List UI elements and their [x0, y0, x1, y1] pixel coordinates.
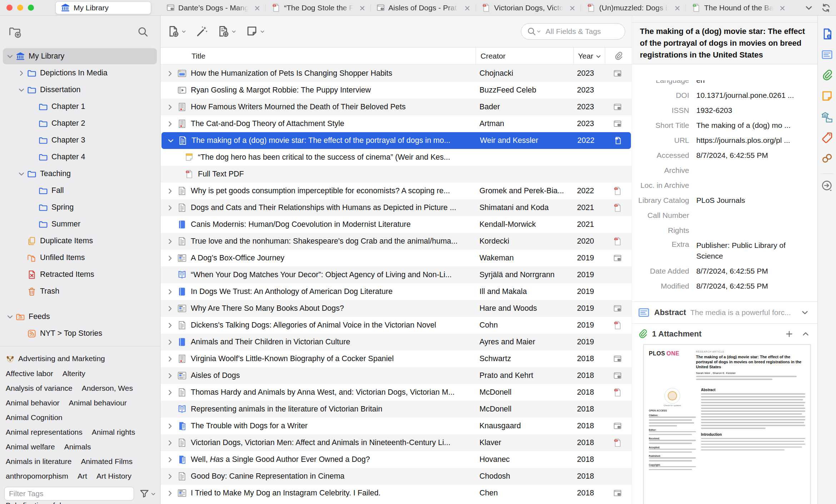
twisty-expand-icon[interactable] [166, 422, 174, 430]
sidebar-item-dissertation[interactable]: Dissertation [0, 81, 160, 98]
new-item-button[interactable] [167, 25, 186, 38]
close-tab-button[interactable] [358, 3, 367, 13]
twisty-expand-icon[interactable] [166, 338, 174, 346]
twisty-expand-icon[interactable] [166, 237, 174, 246]
field-value[interactable]: 8/7/2024, 6:42:55 PM [696, 151, 808, 160]
close-window-button[interactable] [6, 5, 13, 11]
tag[interactable]: Anderson, Wes [82, 384, 133, 393]
twisty-expand-icon[interactable] [166, 489, 174, 498]
table-row[interactable]: Animals and Their Children in Victorian … [161, 334, 632, 350]
twisty-expand-icon[interactable] [166, 371, 174, 380]
reader-tab[interactable]: “The Dog Stole the F [265, 0, 370, 15]
twisty-expand-icon[interactable] [17, 69, 26, 78]
sidebar-item-chapter-4[interactable]: Chapter 4 [0, 149, 160, 165]
twisty-expand-icon[interactable] [166, 455, 174, 464]
table-row[interactable]: True love and the nonhuman: Shakespeare'… [161, 233, 632, 250]
tag[interactable]: Animal behavior [6, 399, 60, 407]
table-row[interactable]: “When Your Dog Matches Your Decor”: Obje… [161, 266, 632, 283]
close-tab-button[interactable] [463, 3, 472, 13]
twisty-expand-icon[interactable] [166, 321, 174, 330]
table-row[interactable]: Good Boy: Canine Representation in Cinem… [161, 468, 632, 485]
field-value[interactable]: 8/7/2024, 6:42:55 PM [696, 267, 808, 275]
abstract-pane-icon[interactable] [821, 49, 833, 61]
add-by-identifier-button[interactable] [196, 25, 208, 38]
table-row[interactable]: I Tried to Make My Dog an Instagram Cele… [161, 485, 632, 501]
add-attachment-button[interactable] [783, 328, 795, 340]
close-tab-button[interactable] [568, 3, 577, 13]
field-value[interactable]: PLoS Journals [696, 196, 808, 205]
field-value[interactable]: https://journals.plos.org/pl ... [696, 136, 808, 145]
tag[interactable]: Animals in literature [6, 457, 71, 466]
table-row[interactable]: Victorian Dogs, Victorian Men: Affect an… [161, 434, 632, 451]
reader-tab[interactable]: Aisles of Dogs - Prat [370, 0, 476, 15]
abstract-section[interactable]: Abstract The media is a powerful forc... [632, 301, 817, 323]
close-tab-button[interactable] [778, 3, 787, 13]
sidebar-item-summer[interactable]: Summer [0, 216, 160, 233]
twisty-expand-icon[interactable] [166, 288, 174, 296]
twisty-expand-icon[interactable] [166, 187, 174, 195]
sidebar-item-fall[interactable]: Fall [0, 182, 160, 199]
sidebar-item-nyt-top-stories[interactable]: NYT > Top Stories [0, 325, 160, 342]
sidebar-item-retracted-items[interactable]: Retracted Items [0, 266, 160, 283]
close-tab-button[interactable] [673, 3, 682, 13]
close-tab-button[interactable] [253, 3, 262, 13]
chevron-up-icon[interactable] [800, 328, 812, 340]
table-row[interactable]: Representing animals in the literature o… [161, 401, 632, 418]
tab-overflow-button[interactable] [802, 1, 816, 15]
twisty-collapse-icon[interactable] [6, 52, 14, 61]
tag[interactable]: Animated Films [81, 457, 133, 466]
tag[interactable]: Animals [64, 443, 91, 451]
twisty-expand-icon[interactable] [166, 103, 174, 111]
tag[interactable]: Alterity [63, 369, 85, 378]
twisty-expand-icon[interactable] [166, 304, 174, 313]
child-attachment-row[interactable]: Full Text PDF [161, 166, 632, 183]
table-row[interactable]: Why is pet goods consumption imperceptib… [161, 183, 632, 199]
sidebar-item-trash[interactable]: Trash [0, 283, 160, 300]
table-row[interactable]: Canis Modernis: Human/Dog Coevolution in… [161, 216, 632, 233]
tag-filter-input[interactable] [4, 487, 134, 500]
items-search-field[interactable]: All Fields & Tags [521, 23, 625, 40]
locate-pane-icon[interactable] [821, 180, 833, 192]
twisty-expand-icon[interactable] [166, 120, 174, 128]
tag[interactable]: Animal rights [92, 428, 135, 436]
info-pane-icon[interactable] [821, 28, 833, 40]
field-value[interactable]: 1932-6203 [696, 106, 808, 115]
table-row[interactable]: The Trouble with Dogs for a WriterKnausg… [161, 418, 632, 434]
new-collection-button[interactable] [9, 25, 21, 38]
sidebar-item-spring[interactable]: Spring [0, 199, 160, 216]
table-row[interactable]: In Dogs We Trust: An Anthology of Americ… [161, 283, 632, 300]
sync-button[interactable] [819, 1, 833, 15]
table-row[interactable]: The making of a (dog) movie star: The ef… [161, 132, 631, 149]
new-attachment-button[interactable] [217, 25, 237, 38]
table-row[interactable]: A Dog’s Box-Office JourneyWakeman2019 [161, 250, 632, 266]
minimize-window-button[interactable] [17, 5, 23, 11]
tag[interactable]: Affective labor [6, 369, 53, 378]
column-header-title[interactable]: Title [161, 48, 476, 64]
twisty-expand-icon[interactable] [166, 254, 174, 263]
tag[interactable]: Animal Cognition [6, 413, 63, 422]
sidebar-item-chapter-2[interactable]: Chapter 2 [0, 115, 160, 132]
libraries-collections-pane-icon[interactable] [821, 111, 833, 123]
tag[interactable]: Analysis of variance [6, 384, 73, 393]
table-row[interactable]: Virginia Woolf’s Little-Known Biography … [161, 350, 632, 367]
tag[interactable]: anthropomorphism [6, 472, 68, 480]
twisty-expand-icon[interactable] [166, 355, 174, 363]
column-header-creator[interactable]: Creator [476, 48, 573, 64]
sidebar-item-depictions-in-media[interactable]: Depictions In Media [0, 65, 160, 81]
reader-tab[interactable]: (Un)muzzled: Dogs i [581, 0, 686, 15]
sidebar-item-chapter-1[interactable]: Chapter 1 [0, 98, 160, 115]
tag-filter-options-button[interactable] [139, 488, 156, 499]
table-row[interactable]: How the Humanization of Pets Is Changing… [161, 65, 632, 82]
twisty-collapse-icon[interactable] [166, 136, 175, 145]
twisty-expand-icon[interactable] [166, 69, 174, 78]
attachments-pane-icon[interactable] [821, 69, 833, 81]
sidebar-item-feeds[interactable]: Feeds [0, 308, 160, 325]
field-value[interactable]: Publisher: Public Library of Science [696, 240, 808, 261]
sidebar-item-my-library[interactable]: My Library [0, 48, 160, 65]
tag[interactable]: Art History [96, 472, 131, 480]
column-header-attachment[interactable] [605, 48, 632, 64]
field-value[interactable]: en [696, 80, 808, 85]
twisty-collapse-icon[interactable] [6, 313, 14, 321]
sidebar-item-teaching[interactable]: Teaching [0, 165, 160, 182]
reader-tab[interactable]: The Hound of the Ba [686, 0, 791, 15]
